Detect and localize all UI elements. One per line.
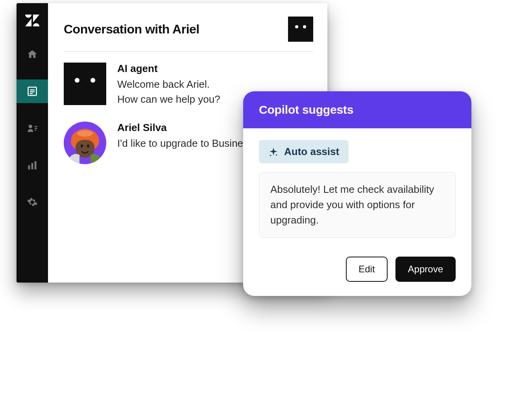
svg-point-14 xyxy=(87,144,89,148)
svg-point-15 xyxy=(276,154,277,155)
divider xyxy=(64,51,313,52)
svg-rect-8 xyxy=(28,165,30,170)
ai-agent-icon[interactable] xyxy=(288,17,313,42)
sidebar-item-home[interactable] xyxy=(17,43,48,66)
copilot-actions: Edit Approve xyxy=(243,238,471,296)
sidebar xyxy=(17,3,48,283)
zendesk-logo-icon xyxy=(17,12,48,29)
auto-assist-label: Auto assist xyxy=(284,146,339,158)
sidebar-item-settings[interactable] xyxy=(17,190,48,214)
sidebar-item-analytics[interactable] xyxy=(17,153,48,177)
user-avatar xyxy=(64,122,106,164)
svg-point-12 xyxy=(77,130,93,137)
svg-point-13 xyxy=(81,144,83,148)
svg-rect-10 xyxy=(35,161,37,170)
edit-button[interactable]: Edit xyxy=(346,257,387,282)
sidebar-item-inbox[interactable] xyxy=(17,79,48,103)
sidebar-item-contacts[interactable] xyxy=(17,116,48,140)
copilot-header: Copilot suggests xyxy=(243,91,471,128)
conversation-header: Conversation with Ariel xyxy=(64,17,313,51)
svg-rect-9 xyxy=(31,163,33,169)
ai-agent-avatar-icon xyxy=(64,63,106,105)
sender-name: AI agent xyxy=(117,63,220,75)
auto-assist-badge[interactable]: Auto assist xyxy=(259,140,349,163)
copilot-panel: Copilot suggests Auto assist Absolutely!… xyxy=(243,91,471,296)
conversation-title: Conversation with Ariel xyxy=(64,22,200,37)
copilot-suggestion: Absolutely! Let me check availability an… xyxy=(259,172,456,238)
approve-button[interactable]: Approve xyxy=(395,257,456,282)
svg-point-4 xyxy=(29,125,32,128)
message-text: Welcome back Ariel. How can we help you? xyxy=(117,77,220,107)
sparkle-icon xyxy=(268,147,279,157)
